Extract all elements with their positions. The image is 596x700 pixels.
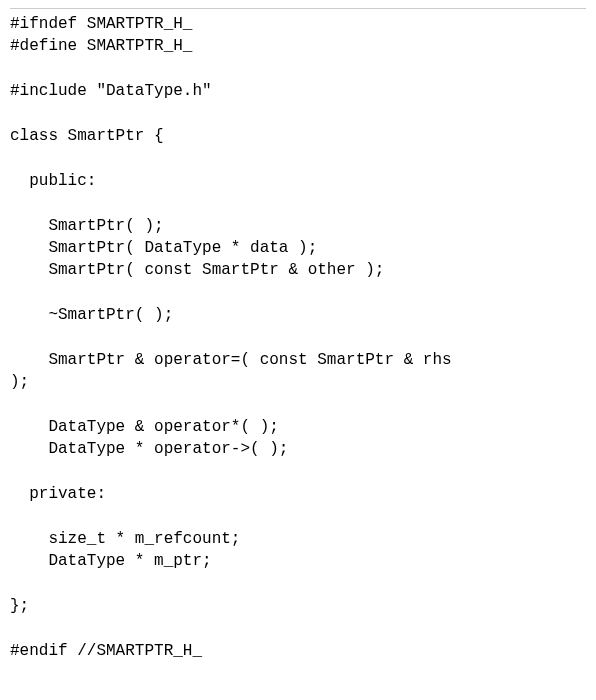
- code-line: #define SMARTPTR_H_: [10, 35, 586, 57]
- code-line: #endif //SMARTPTR_H_: [10, 640, 586, 662]
- code-line: SmartPtr( );: [10, 215, 586, 237]
- code-line: [10, 58, 586, 80]
- code-line: );: [10, 371, 586, 393]
- code-line: DataType * operator->( );: [10, 438, 586, 460]
- code-line: [10, 282, 586, 304]
- code-line: [10, 394, 586, 416]
- code-line: [10, 326, 586, 348]
- code-line: [10, 103, 586, 125]
- code-line: #ifndef SMARTPTR_H_: [10, 13, 586, 35]
- code-line: ~SmartPtr( );: [10, 304, 586, 326]
- code-line: class SmartPtr {: [10, 125, 586, 147]
- code-line: [10, 573, 586, 595]
- code-line: #include "DataType.h": [10, 80, 586, 102]
- code-line: [10, 461, 586, 483]
- code-line: [10, 506, 586, 528]
- code-line: [10, 618, 586, 640]
- code-line: private:: [10, 483, 586, 505]
- code-line: SmartPtr( const SmartPtr & other );: [10, 259, 586, 281]
- code-line: [10, 192, 586, 214]
- code-line: size_t * m_refcount;: [10, 528, 586, 550]
- code-line: SmartPtr & operator=( const SmartPtr & r…: [10, 349, 586, 371]
- code-line: };: [10, 595, 586, 617]
- code-line: DataType * m_ptr;: [10, 550, 586, 572]
- code-block: #ifndef SMARTPTR_H_ #define SMARTPTR_H_ …: [10, 8, 586, 662]
- code-line: public:: [10, 170, 586, 192]
- code-line: DataType & operator*( );: [10, 416, 586, 438]
- code-line: [10, 147, 586, 169]
- code-line: SmartPtr( DataType * data );: [10, 237, 586, 259]
